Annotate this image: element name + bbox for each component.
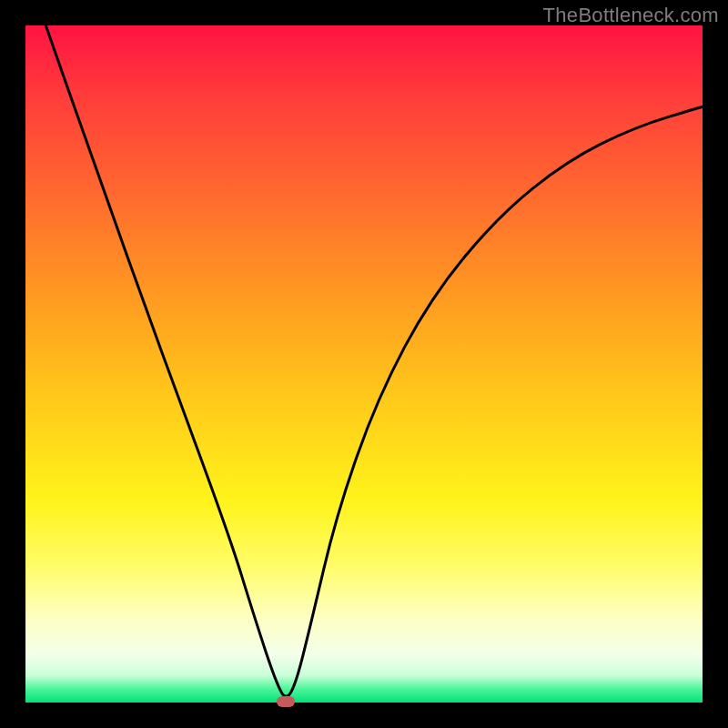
chart-container: TheBottleneck.com: [0, 0, 728, 728]
watermark-label: TheBottleneck.com: [543, 4, 719, 27]
plot-area: [25, 25, 703, 703]
bottleneck-curve-path: [46, 25, 703, 696]
optimal-point-marker: [277, 696, 295, 707]
curve-svg: [25, 25, 703, 703]
